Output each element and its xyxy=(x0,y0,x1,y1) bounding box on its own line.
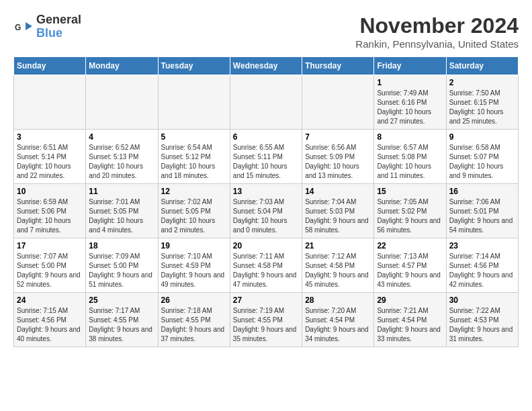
weekday-header: Monday xyxy=(86,57,158,75)
day-info: Sunrise: 7:13 AM Sunset: 4:57 PM Dayligh… xyxy=(377,252,443,289)
weekday-header: Saturday xyxy=(446,57,518,75)
day-info: Sunrise: 7:17 AM Sunset: 4:55 PM Dayligh… xyxy=(89,306,154,344)
calendar-cell: 27Sunrise: 7:19 AM Sunset: 4:55 PM Dayli… xyxy=(230,293,302,347)
day-number: 16 xyxy=(449,187,515,196)
logo-general-text: General xyxy=(36,13,81,27)
day-info: Sunrise: 6:57 AM Sunset: 5:08 PM Dayligh… xyxy=(377,143,443,181)
calendar-cell xyxy=(302,75,374,130)
weekday-header: Friday xyxy=(374,57,446,75)
day-number: 24 xyxy=(17,295,83,305)
calendar-cell: 23Sunrise: 7:14 AM Sunset: 4:56 PM Dayli… xyxy=(446,238,518,293)
day-info: Sunrise: 7:22 AM Sunset: 4:53 PM Dayligh… xyxy=(449,306,515,344)
day-number: 25 xyxy=(89,295,154,305)
day-number: 30 xyxy=(449,295,515,305)
calendar-cell: 17Sunrise: 7:07 AM Sunset: 5:00 PM Dayli… xyxy=(14,238,86,293)
calendar-week-row: 1Sunrise: 7:49 AM Sunset: 6:16 PM Daylig… xyxy=(14,75,519,130)
calendar-cell: 11Sunrise: 7:01 AM Sunset: 5:05 PM Dayli… xyxy=(86,184,158,238)
day-number: 13 xyxy=(233,187,299,196)
day-number: 22 xyxy=(377,241,443,250)
day-info: Sunrise: 7:07 AM Sunset: 5:00 PM Dayligh… xyxy=(17,252,83,289)
day-number: 26 xyxy=(161,295,227,305)
calendar-cell: 28Sunrise: 7:20 AM Sunset: 4:54 PM Dayli… xyxy=(302,293,374,347)
calendar-cell: 3Sunrise: 6:51 AM Sunset: 5:14 PM Daylig… xyxy=(14,130,86,184)
calendar-cell: 5Sunrise: 6:54 AM Sunset: 5:12 PM Daylig… xyxy=(158,130,230,184)
calendar-week-row: 24Sunrise: 7:15 AM Sunset: 4:56 PM Dayli… xyxy=(14,293,519,347)
title-block: November 2024 Rankin, Pennsylvania, Unit… xyxy=(355,13,519,50)
day-info: Sunrise: 7:10 AM Sunset: 4:59 PM Dayligh… xyxy=(161,252,227,289)
svg-text:G: G xyxy=(15,23,21,32)
day-info: Sunrise: 7:04 AM Sunset: 5:03 PM Dayligh… xyxy=(305,197,371,235)
day-number: 6 xyxy=(233,132,299,142)
day-info: Sunrise: 6:54 AM Sunset: 5:12 PM Dayligh… xyxy=(161,143,227,181)
logo-blue-text: Blue xyxy=(36,27,81,40)
calendar-week-row: 17Sunrise: 7:07 AM Sunset: 5:00 PM Dayli… xyxy=(14,238,519,293)
month-title: November 2024 xyxy=(355,13,519,38)
day-number: 15 xyxy=(377,187,443,196)
day-number: 4 xyxy=(89,132,154,142)
calendar-cell: 30Sunrise: 7:22 AM Sunset: 4:53 PM Dayli… xyxy=(446,293,518,347)
day-number: 3 xyxy=(17,132,83,142)
calendar-cell: 14Sunrise: 7:04 AM Sunset: 5:03 PM Dayli… xyxy=(302,184,374,238)
calendar-cell: 25Sunrise: 7:17 AM Sunset: 4:55 PM Dayli… xyxy=(86,293,158,347)
page-header: G General Blue November 2024 Rankin, Pen… xyxy=(13,13,519,50)
logo: G General Blue xyxy=(13,13,81,40)
day-number: 29 xyxy=(377,295,443,305)
day-info: Sunrise: 7:06 AM Sunset: 5:01 PM Dayligh… xyxy=(449,197,515,235)
calendar-cell xyxy=(230,75,302,130)
weekday-header: Thursday xyxy=(302,57,374,75)
day-info: Sunrise: 7:21 AM Sunset: 4:54 PM Dayligh… xyxy=(377,306,443,344)
calendar-table: SundayMondayTuesdayWednesdayThursdayFrid… xyxy=(13,56,519,347)
calendar-week-row: 3Sunrise: 6:51 AM Sunset: 5:14 PM Daylig… xyxy=(14,130,519,184)
day-info: Sunrise: 6:55 AM Sunset: 5:11 PM Dayligh… xyxy=(233,143,299,181)
calendar-cell xyxy=(86,75,158,130)
day-number: 19 xyxy=(161,241,227,250)
day-number: 27 xyxy=(233,295,299,305)
day-info: Sunrise: 6:58 AM Sunset: 5:07 PM Dayligh… xyxy=(449,143,515,181)
day-info: Sunrise: 7:12 AM Sunset: 4:58 PM Dayligh… xyxy=(305,252,371,289)
day-info: Sunrise: 6:52 AM Sunset: 5:13 PM Dayligh… xyxy=(89,143,154,181)
calendar-cell xyxy=(14,75,86,130)
day-info: Sunrise: 7:49 AM Sunset: 6:16 PM Dayligh… xyxy=(377,89,443,126)
day-info: Sunrise: 7:02 AM Sunset: 5:05 PM Dayligh… xyxy=(161,197,227,235)
day-number: 10 xyxy=(17,187,83,196)
day-info: Sunrise: 7:14 AM Sunset: 4:56 PM Dayligh… xyxy=(449,252,515,289)
day-number: 20 xyxy=(233,241,299,250)
day-number: 28 xyxy=(305,295,371,305)
calendar-cell: 15Sunrise: 7:05 AM Sunset: 5:02 PM Dayli… xyxy=(374,184,446,238)
day-info: Sunrise: 7:20 AM Sunset: 4:54 PM Dayligh… xyxy=(305,306,371,344)
day-number: 5 xyxy=(161,132,227,142)
calendar-cell: 16Sunrise: 7:06 AM Sunset: 5:01 PM Dayli… xyxy=(446,184,518,238)
day-info: Sunrise: 7:09 AM Sunset: 5:00 PM Dayligh… xyxy=(89,252,154,289)
calendar-cell: 1Sunrise: 7:49 AM Sunset: 6:16 PM Daylig… xyxy=(374,75,446,130)
day-number: 7 xyxy=(305,132,371,142)
calendar-cell: 19Sunrise: 7:10 AM Sunset: 4:59 PM Dayli… xyxy=(158,238,230,293)
logo-icon: G xyxy=(13,17,34,37)
calendar-cell: 6Sunrise: 6:55 AM Sunset: 5:11 PM Daylig… xyxy=(230,130,302,184)
calendar-cell: 18Sunrise: 7:09 AM Sunset: 5:00 PM Dayli… xyxy=(86,238,158,293)
calendar-cell: 12Sunrise: 7:02 AM Sunset: 5:05 PM Dayli… xyxy=(158,184,230,238)
day-number: 17 xyxy=(17,241,83,250)
calendar-cell: 20Sunrise: 7:11 AM Sunset: 4:58 PM Dayli… xyxy=(230,238,302,293)
day-info: Sunrise: 6:59 AM Sunset: 5:06 PM Dayligh… xyxy=(17,197,83,235)
calendar-cell: 4Sunrise: 6:52 AM Sunset: 5:13 PM Daylig… xyxy=(86,130,158,184)
calendar-cell: 22Sunrise: 7:13 AM Sunset: 4:57 PM Dayli… xyxy=(374,238,446,293)
day-info: Sunrise: 7:05 AM Sunset: 5:02 PM Dayligh… xyxy=(377,197,443,235)
day-info: Sunrise: 7:19 AM Sunset: 4:55 PM Dayligh… xyxy=(233,306,299,344)
svg-marker-1 xyxy=(26,22,32,30)
day-number: 11 xyxy=(89,187,154,196)
day-info: Sunrise: 7:50 AM Sunset: 6:15 PM Dayligh… xyxy=(449,89,515,126)
day-info: Sunrise: 6:51 AM Sunset: 5:14 PM Dayligh… xyxy=(17,143,83,181)
day-number: 23 xyxy=(449,241,515,250)
weekday-header: Wednesday xyxy=(230,57,302,75)
calendar-cell: 26Sunrise: 7:18 AM Sunset: 4:55 PM Dayli… xyxy=(158,293,230,347)
day-number: 14 xyxy=(305,187,371,196)
calendar-cell: 24Sunrise: 7:15 AM Sunset: 4:56 PM Dayli… xyxy=(14,293,86,347)
day-number: 1 xyxy=(377,78,443,87)
calendar-cell: 29Sunrise: 7:21 AM Sunset: 4:54 PM Dayli… xyxy=(374,293,446,347)
day-number: 8 xyxy=(377,132,443,142)
calendar-week-row: 10Sunrise: 6:59 AM Sunset: 5:06 PM Dayli… xyxy=(14,184,519,238)
calendar-cell: 2Sunrise: 7:50 AM Sunset: 6:15 PM Daylig… xyxy=(446,75,518,130)
calendar-cell: 10Sunrise: 6:59 AM Sunset: 5:06 PM Dayli… xyxy=(14,184,86,238)
day-info: Sunrise: 7:03 AM Sunset: 5:04 PM Dayligh… xyxy=(233,197,299,235)
location-text: Rankin, Pennsylvania, United States xyxy=(355,38,519,50)
